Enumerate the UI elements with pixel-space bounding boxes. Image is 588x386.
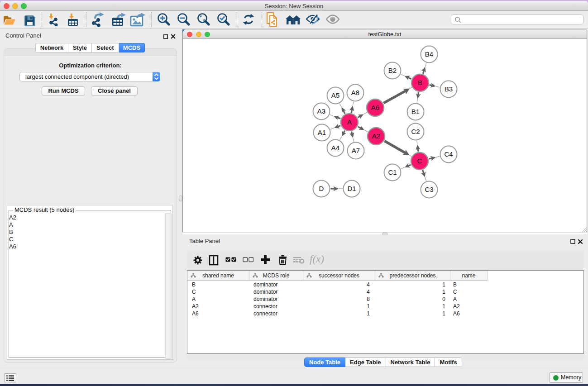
- svg-text:A8: A8: [351, 89, 359, 96]
- svg-text:B4: B4: [425, 50, 433, 58]
- svg-text:A3: A3: [317, 107, 325, 115]
- svg-text:C4: C4: [444, 150, 453, 158]
- svg-text:B: B: [418, 79, 422, 86]
- svg-text:C3: C3: [425, 186, 433, 193]
- svg-text:B1: B1: [411, 108, 420, 115]
- svg-text:B3: B3: [445, 85, 453, 93]
- svg-text:C: C: [417, 157, 422, 165]
- svg-text:A: A: [347, 118, 352, 126]
- svg-text:C1: C1: [388, 168, 397, 176]
- svg-text:A1: A1: [318, 129, 326, 136]
- svg-text:D1: D1: [347, 185, 356, 192]
- svg-text:A7: A7: [352, 147, 360, 154]
- svg-text:A5: A5: [331, 91, 339, 99]
- svg-text:B2: B2: [388, 67, 397, 74]
- svg-text:A6: A6: [371, 104, 379, 111]
- svg-text:C2: C2: [411, 128, 420, 135]
- svg-text:A4: A4: [331, 144, 339, 152]
- svg-text:D: D: [319, 185, 324, 192]
- svg-text:A2: A2: [372, 132, 380, 140]
